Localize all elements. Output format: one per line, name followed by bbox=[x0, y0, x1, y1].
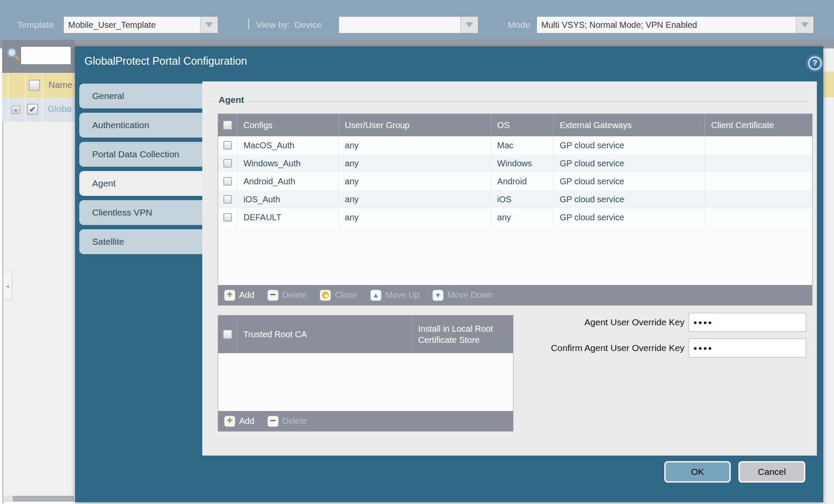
header-checkbox-cell bbox=[218, 315, 237, 353]
cell-external-gateways: GP cloud service bbox=[554, 136, 705, 154]
select-all-configs-checkbox[interactable] bbox=[223, 120, 232, 130]
tab-label: Agent bbox=[92, 178, 116, 189]
agent-user-override-key-label: Agent User Override Key bbox=[444, 313, 684, 332]
column-header-external-gateways: External Gateways bbox=[554, 114, 705, 136]
cell-client-certificate bbox=[705, 172, 812, 190]
move-down-button[interactable]: ▼ Move Down bbox=[432, 290, 493, 301]
tab-portal-data-collection[interactable]: Portal Data Collection bbox=[79, 142, 202, 167]
add-icon: + bbox=[224, 290, 235, 301]
list-header-fragment bbox=[823, 72, 834, 97]
horizontal-scrollbar-thumb[interactable] bbox=[13, 496, 74, 501]
tab-agent[interactable]: Agent bbox=[79, 171, 202, 196]
delete-button[interactable]: − Delete bbox=[267, 416, 307, 427]
template-select[interactable]: Mobile_User_Template bbox=[63, 16, 201, 33]
column-divider bbox=[8, 73, 9, 98]
help-icon[interactable]: ? bbox=[808, 57, 822, 70]
cell-external-gateways: GP cloud service bbox=[554, 208, 705, 226]
cell-os: Windows bbox=[491, 154, 554, 172]
table-row[interactable]: iOS_Auth any iOS GP cloud service bbox=[218, 190, 812, 208]
list-item-label[interactable]: Globa bbox=[48, 104, 72, 114]
row-checkbox[interactable] bbox=[223, 195, 232, 204]
mode-dropdown-button[interactable] bbox=[796, 16, 814, 33]
chevron-down-icon bbox=[465, 22, 473, 27]
cell-configs: Android_Auth bbox=[237, 172, 339, 190]
toolbar-separator: | bbox=[247, 17, 250, 30]
confirm-agent-user-override-key-field[interactable]: ●●●● bbox=[689, 339, 806, 357]
arrow-down-icon: ▼ bbox=[432, 290, 444, 301]
search-input[interactable] bbox=[21, 46, 71, 65]
delete-button[interactable]: − Delete bbox=[267, 290, 307, 301]
ok-button[interactable]: OK bbox=[664, 461, 731, 483]
add-button[interactable]: + Add bbox=[224, 416, 255, 427]
cell-user-group: any bbox=[339, 136, 491, 154]
tab-label: Satellite bbox=[92, 237, 124, 247]
top-toolbar: Template Mobile_User_Template | View by:… bbox=[0, 0, 834, 40]
trusted-table-toolbar: + Add − Delete bbox=[218, 411, 513, 431]
add-button[interactable]: + Add bbox=[224, 290, 255, 301]
cell-configs: iOS_Auth bbox=[237, 190, 339, 208]
row-checkbox[interactable] bbox=[223, 159, 232, 168]
table-row[interactable]: Windows_Auth any Windows GP cloud servic… bbox=[218, 154, 812, 172]
device-dropdown-button[interactable] bbox=[460, 16, 478, 33]
cell-os: iOS bbox=[491, 190, 554, 208]
masked-password-value: ●●●● bbox=[693, 319, 713, 326]
add-icon: + bbox=[224, 416, 235, 427]
cell-user-group: any bbox=[339, 172, 491, 190]
table-row[interactable]: MacOS_Auth any Mac GP cloud service bbox=[218, 136, 812, 154]
section-legend: Agent bbox=[215, 95, 248, 105]
device-select[interactable] bbox=[339, 16, 461, 33]
column-divider bbox=[25, 98, 26, 122]
collapse-left-icon: ◂ bbox=[6, 283, 9, 289]
tab-label: General bbox=[92, 91, 124, 101]
row-checkbox[interactable]: ✔ bbox=[27, 104, 38, 115]
masked-password-value: ●●●● bbox=[693, 345, 713, 351]
sidebar-collapse-handle[interactable]: ◂ bbox=[3, 272, 12, 300]
column-header-user-group: User/User Group bbox=[339, 114, 491, 136]
template-dropdown-button[interactable] bbox=[200, 16, 218, 33]
list-item[interactable]: + ✔ Globa bbox=[2, 98, 75, 122]
tab-general[interactable]: General bbox=[79, 84, 202, 108]
table-row[interactable]: Android_Auth any Android GP cloud servic… bbox=[218, 172, 812, 190]
mode-select[interactable]: Multi VSYS; Normal Mode; VPN Enabled bbox=[537, 16, 796, 33]
button-label: Delete bbox=[282, 290, 307, 300]
trusted-root-ca-table: Trusted Root CA Install in Local Root Ce… bbox=[218, 315, 513, 432]
chevron-down-icon bbox=[801, 22, 809, 27]
cell-client-certificate bbox=[705, 190, 812, 208]
select-all-checkbox[interactable] bbox=[29, 80, 40, 91]
column-divider bbox=[8, 98, 9, 122]
agent-user-override-key-field[interactable]: ●●●● bbox=[689, 313, 806, 332]
row-checkbox[interactable] bbox=[223, 141, 232, 150]
configs-table-toolbar: + Add − Delete Clone ▲ Move Up bbox=[218, 285, 812, 305]
cell-configs: MacOS_Auth bbox=[237, 136, 339, 154]
globalprotect-portal-configuration-dialog: GlobalProtect Portal Configuration ? Gen… bbox=[75, 46, 823, 502]
cell-configs: Windows_Auth bbox=[237, 154, 339, 172]
tab-authentication[interactable]: Authentication bbox=[79, 113, 202, 138]
button-label: Add bbox=[239, 416, 255, 426]
table-empty-area bbox=[218, 226, 812, 285]
view-by-label: View by: bbox=[256, 20, 290, 30]
sidebar-search-toolbar bbox=[2, 40, 75, 73]
table-row[interactable]: DEFAULT any any GP cloud service bbox=[218, 208, 812, 226]
clone-button[interactable]: Clone bbox=[320, 290, 357, 301]
cancel-button[interactable]: Cancel bbox=[738, 461, 805, 483]
tab-clientless-vpn[interactable]: Clientless VPN bbox=[79, 200, 202, 225]
move-up-button[interactable]: ▲ Move Up bbox=[370, 290, 420, 301]
cell-external-gateways: GP cloud service bbox=[554, 172, 705, 190]
cell-user-group: any bbox=[339, 190, 491, 208]
tab-label: Clientless VPN bbox=[92, 207, 152, 218]
select-all-trusted-checkbox[interactable] bbox=[223, 330, 232, 339]
row-checkbox[interactable] bbox=[223, 213, 232, 222]
column-divider bbox=[42, 98, 43, 122]
tab-content-panel: Agent Configs User/User Group OS Externa… bbox=[202, 81, 817, 456]
row-checkbox[interactable] bbox=[223, 177, 232, 186]
delete-icon: − bbox=[267, 416, 279, 427]
tab-label: Portal Data Collection bbox=[92, 149, 179, 159]
cell-os: Mac bbox=[491, 136, 554, 154]
cell-configs: DEFAULT bbox=[237, 208, 339, 226]
chevron-down-icon bbox=[205, 22, 213, 27]
expand-button[interactable]: + bbox=[12, 105, 20, 114]
tab-satellite[interactable]: Satellite bbox=[79, 229, 202, 254]
agent-configs-table: Configs User/User Group OS External Gate… bbox=[218, 114, 813, 306]
button-label: Move Up bbox=[385, 290, 420, 300]
template-label: Template bbox=[17, 20, 54, 30]
